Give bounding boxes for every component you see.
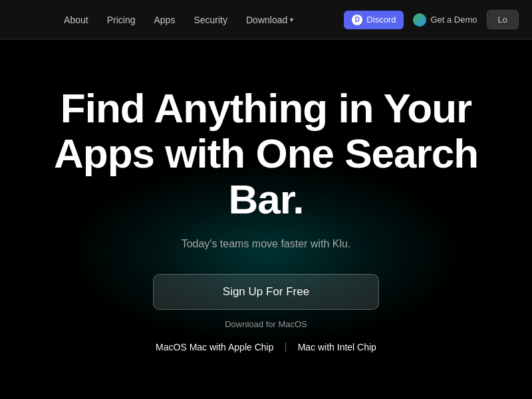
- get-a-demo-button[interactable]: Get a Demo: [413, 13, 477, 27]
- demo-avatar-icon: [413, 13, 426, 27]
- chip-divider: |: [284, 341, 287, 353]
- nav-actions: D Discord Get a Demo Lo: [344, 10, 519, 29]
- nav-apps[interactable]: Apps: [154, 15, 175, 25]
- hero-title: Find Anything in Your Apps with One Sear…: [40, 86, 492, 222]
- chip-links: MacOS Mac with Apple Chip | Mac with Int…: [40, 341, 492, 353]
- chevron-down-icon: ▾: [290, 16, 293, 23]
- hero-content: Find Anything in Your Apps with One Sear…: [0, 86, 532, 353]
- discord-icon: D: [352, 15, 362, 25]
- nav-about[interactable]: About: [64, 15, 88, 25]
- nav-security[interactable]: Security: [194, 15, 227, 25]
- login-button[interactable]: Lo: [487, 10, 519, 29]
- nav-download[interactable]: Download ▾: [246, 15, 293, 25]
- signup-button[interactable]: Sign Up For Free: [153, 274, 379, 310]
- nav-links: About Pricing Apps Security Download ▾: [13, 15, 344, 25]
- navbar: About Pricing Apps Security Download ▾ D…: [0, 0, 532, 40]
- apple-chip-link[interactable]: MacOS Mac with Apple Chip: [156, 342, 273, 352]
- intel-chip-link[interactable]: Mac with Intel Chip: [298, 342, 376, 352]
- hero-section: Find Anything in Your Apps with One Sear…: [0, 40, 532, 399]
- download-macos-link[interactable]: Download for MacOS: [40, 319, 492, 329]
- discord-button[interactable]: D Discord: [344, 11, 404, 29]
- nav-pricing[interactable]: Pricing: [107, 15, 136, 25]
- hero-subtitle: Today's teams move faster with Klu.: [40, 238, 492, 250]
